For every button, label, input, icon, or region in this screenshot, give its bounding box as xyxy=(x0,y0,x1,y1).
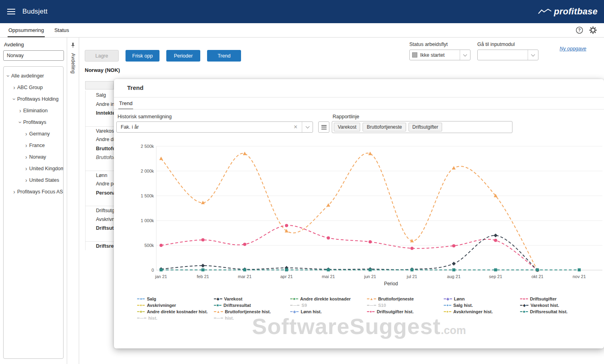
report-line-menu-button[interactable] xyxy=(318,121,329,133)
modal-tab-trend[interactable]: Trend xyxy=(118,100,133,109)
chevron-right-icon[interactable]: › xyxy=(23,166,29,171)
chevron-right-icon[interactable]: › xyxy=(23,154,29,160)
tree-item-label: United States xyxy=(29,177,59,183)
workflow-status-dropdown[interactable]: Ikke startet xyxy=(409,50,470,60)
chevron-right-icon[interactable]: › xyxy=(23,143,29,148)
tree-item-germany[interactable]: ›Germany xyxy=(4,128,63,139)
legend-item-s9[interactable]: —S9 xyxy=(290,302,367,308)
chevron-down-icon[interactable] xyxy=(528,50,538,60)
modal-tab-divider xyxy=(114,109,604,109)
legend-marker-icon: ■ xyxy=(290,297,298,301)
legend-item-salg-hist[interactable]: ●Salg hist. xyxy=(444,302,520,308)
historic-comparison-label: Historisk sammenligning xyxy=(118,114,171,119)
logo-graph-icon xyxy=(538,9,552,14)
new-task-link[interactable]: Ny oppgave xyxy=(560,46,586,52)
svg-text:jan 21: jan 21 xyxy=(155,274,167,279)
svg-text:1 500k: 1 500k xyxy=(141,193,154,198)
tree-item-profitways-focus-as[interactable]: ›Profitways Focus AS xyxy=(4,186,63,197)
grid-row-label: Bruttofor xyxy=(86,153,114,162)
legend-item-bruttofortjeneste[interactable]: ▲Bruttofortjeneste xyxy=(367,296,444,302)
tree-item-profitways[interactable]: ›Profitways xyxy=(4,116,63,128)
legend-marker-icon: ● xyxy=(520,297,528,301)
department-selector-input[interactable] xyxy=(3,50,64,61)
settings-gear-icon[interactable] xyxy=(589,26,597,34)
goto-input-group: Gå til inputmodul xyxy=(477,42,538,60)
tree-item-label: Norway xyxy=(29,154,46,160)
svg-text:mar 21: mar 21 xyxy=(238,274,251,279)
lagre-button[interactable]: Lagre xyxy=(85,50,119,62)
legend-item-lønn[interactable]: ◆Lønn xyxy=(444,296,520,302)
help-icon[interactable]: ? xyxy=(576,26,583,34)
legend-item-label: Avskrivninger xyxy=(147,303,176,308)
legend-item-driftsresultat[interactable]: ■Driftsresultat xyxy=(214,302,291,308)
tab-oppsummering[interactable]: Oppsummering xyxy=(8,23,45,37)
grid-row-label: Salg xyxy=(86,91,114,100)
svg-text:jun 21: jun 21 xyxy=(364,274,376,279)
legend-item-label: Driftsutgifter hist. xyxy=(377,309,413,314)
tree-item-norway[interactable]: ›Norway xyxy=(4,151,63,163)
historic-comparison-combobox[interactable]: Fak. i år × xyxy=(116,121,313,133)
report-line-chips[interactable]: VarekostBruttofortjenesteDriftsutgifter xyxy=(332,121,512,133)
tree-item-profitways-holding[interactable]: ›Profitways Holding xyxy=(4,93,63,105)
chevron-right-icon[interactable]: › xyxy=(23,131,29,137)
legend-item-label: Lønn xyxy=(454,296,465,301)
legend-item-bruttofortjeneste-hist[interactable]: ▲Bruttofortjeneste hist. xyxy=(214,308,291,315)
tree-item-label: Profitways xyxy=(23,119,46,125)
goto-input-dropdown[interactable] xyxy=(477,50,538,60)
legend-item-label: S9 xyxy=(301,303,307,308)
grid-row-label: Lønn xyxy=(86,171,114,180)
legend-item-varekost[interactable]: ◆Varekost xyxy=(214,296,291,302)
legend-item-lønn-hist[interactable]: ◆Lønn hist. xyxy=(290,308,367,315)
legend-marker-icon: ● xyxy=(137,297,145,301)
legend-item-andre-direkte-kostnader-hist[interactable]: ■Andre direkte kostnader hist. xyxy=(137,308,214,315)
historic-comparison-value: Fak. i år xyxy=(117,124,289,130)
chevron-right-icon[interactable]: › xyxy=(17,108,23,113)
perioder-button[interactable]: Perioder xyxy=(166,50,200,62)
legend-item-avskrivninger[interactable]: ●Avskrivninger xyxy=(137,302,214,308)
collapsed-panel-strip[interactable]: Avdeling xyxy=(67,38,79,364)
trend-button[interactable]: Trend xyxy=(207,50,241,62)
legend-marker-icon: ● xyxy=(444,310,451,314)
grid-row-label: Persona xyxy=(86,189,114,198)
legend-marker-icon: ■ xyxy=(137,310,145,314)
legend-item-andre-direkte-kostnader[interactable]: ■Andre direkte kostnader xyxy=(290,296,367,302)
hamburger-menu-icon[interactable] xyxy=(7,9,15,14)
chevron-right-icon[interactable]: › xyxy=(11,189,17,195)
chevron-down-icon[interactable]: › xyxy=(12,96,17,102)
tree-item-abc-group[interactable]: ›ABC Group xyxy=(4,82,63,93)
legend-item-driftsresultat-hist[interactable]: ■Driftsresultat hist. xyxy=(520,308,597,315)
chevron-down-icon[interactable]: › xyxy=(6,73,11,79)
tree-item-united-states[interactable]: ›United States xyxy=(4,174,63,186)
svg-text:500k: 500k xyxy=(144,243,154,248)
clear-icon[interactable]: × xyxy=(289,124,302,130)
legend-item-driftsutgifter[interactable]: ●Driftsutgifter xyxy=(520,296,597,302)
legend-item-label: Salg xyxy=(147,296,156,301)
tree-item-united-kingdom[interactable]: ›United Kingdom xyxy=(4,163,63,174)
svg-text:feb 21: feb 21 xyxy=(197,274,209,279)
tree-item-france[interactable]: ›France xyxy=(4,139,63,151)
tree-item-alle-avdelinger[interactable]: ›Alle avdelinger xyxy=(4,70,63,82)
legend-item-driftsutgifter-hist[interactable]: ●Driftsutgifter hist. xyxy=(367,308,444,315)
pin-icon[interactable] xyxy=(70,42,76,48)
legend-item-hist[interactable]: —hist. xyxy=(214,315,291,321)
legend-item-hist[interactable]: —hist. xyxy=(137,315,214,321)
chevron-right-icon[interactable]: › xyxy=(23,177,29,183)
tab-list: OppsummeringStatus xyxy=(3,23,74,37)
tab-status[interactable]: Status xyxy=(54,23,70,37)
tree-item-label: ABC Group xyxy=(17,85,43,90)
top-header: Budsjett profitbase xyxy=(0,0,604,23)
chevron-down-icon[interactable] xyxy=(302,122,313,132)
chip-driftsutgifter[interactable]: Driftsutgifter xyxy=(409,123,443,131)
legend-item-s10[interactable]: —S10 xyxy=(367,302,444,308)
legend-item-varekost-hist[interactable]: ◆Varekost hist. xyxy=(520,302,597,308)
tree-item-elimination[interactable]: ›Elimination xyxy=(4,105,63,116)
chip-varekost[interactable]: Varekost xyxy=(334,123,360,131)
legend-item-salg[interactable]: ●Salg xyxy=(137,296,214,302)
chevron-right-icon[interactable]: › xyxy=(11,85,17,90)
chevron-down-icon[interactable]: › xyxy=(18,119,23,125)
chevron-down-icon[interactable] xyxy=(460,50,470,60)
legend-item-avskrivninger-hist[interactable]: ●Avskrivninger hist. xyxy=(444,308,520,315)
chip-bruttofortjeneste[interactable]: Bruttofortjeneste xyxy=(363,123,406,131)
frisk-opp-button[interactable]: Frisk opp xyxy=(126,50,159,62)
legend-marker-icon: — xyxy=(367,304,376,307)
